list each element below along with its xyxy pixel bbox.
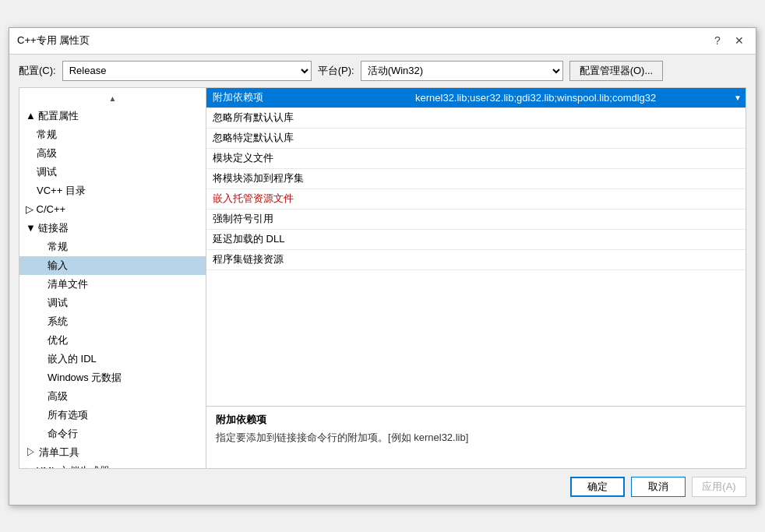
tree-item-label-general: 常规 (37, 128, 57, 142)
tree-item-cmdline[interactable]: 命令行 (19, 425, 206, 443)
tree-item-label-linker-winmeta: Windows 元数据 (48, 371, 122, 385)
prop-row-assembly-link[interactable]: 程序集链接资源 (206, 250, 746, 270)
prop-name-delay-load-dll: 延迟加载的 DLL (206, 232, 409, 246)
tree-item-cpp[interactable]: ▷ C/C++ (19, 200, 206, 219)
tree-item-general[interactable]: 常规 (19, 125, 206, 144)
tree-item-linker-allopts[interactable]: 所有选项 (19, 406, 206, 425)
cancel-button[interactable]: 取消 (631, 477, 686, 497)
desc-text: 指定要添加到链接接命令行的附加项。[例如 kernel32.lib] (216, 430, 736, 446)
tree-item-label-vc-dirs: VC++ 目录 (37, 184, 86, 198)
tree-item-linker[interactable]: ▼ 链接器 (19, 219, 206, 238)
prop-name-force-symbol: 强制符号引用 (206, 212, 409, 226)
tree-item-label-config-props: ▲ 配置属性 (26, 109, 79, 123)
ok-button[interactable]: 确定 (570, 477, 625, 497)
platform-select[interactable]: 活动(Win32) (361, 61, 563, 81)
prop-row-ignore-all-defaults[interactable]: 忽略所有默认认库 (206, 108, 746, 129)
apply-button[interactable]: 应用(A) (692, 477, 746, 497)
tree-item-linker-manifest[interactable]: 清单文件 (19, 275, 206, 294)
tree-item-label-linker: ▼ 链接器 (26, 221, 69, 235)
prop-row-module-def[interactable]: 模块定义文件 (206, 149, 746, 169)
tree-item-label-linker-opt: 优化 (48, 333, 68, 347)
prop-row-add-to-assembly[interactable]: 将模块添加到程序集 (206, 169, 746, 189)
prop-name-embed-managed: 嵌入托管资源文件 (206, 192, 409, 206)
prop-name-add-to-assembly: 将模块添加到程序集 (206, 171, 409, 185)
prop-panel: 附加依赖项kernel32.lib;user32.lib;gdi32.lib;w… (206, 88, 746, 468)
prop-name-module-def: 模块定义文件 (206, 151, 409, 165)
tree-item-label-xml-gen: ▷ XML 文档生成器 (26, 464, 110, 468)
tree-item-label-advanced: 高级 (37, 146, 57, 160)
prop-row-ignore-specific[interactable]: 忽略特定默认认库 (206, 129, 746, 149)
help-button[interactable]: ? (709, 32, 726, 49)
tree-item-manifest-tool[interactable]: ▷ 清单工具 (19, 443, 206, 462)
tree-panel[interactable]: ▲ ▲ 配置属性常规高级调试VC++ 目录▷ C/C++▼ 链接器常规输入清单文… (19, 88, 206, 468)
close-button[interactable]: ✕ (731, 32, 748, 49)
tree-scroll-up[interactable]: ▲ (19, 91, 206, 107)
config-row: 配置(C): Release 平台(P): 活动(Win32) 配置管理器(O)… (9, 55, 756, 87)
footer: 确定 取消 应用(A) (9, 469, 756, 505)
tree-item-advanced[interactable]: 高级 (19, 144, 206, 163)
prop-value-additional-deps: kernel32.lib;user32.lib;gdi32.lib;winspo… (409, 92, 730, 104)
prop-value-dropdown-icon-additional-deps[interactable]: ▼ (730, 93, 746, 102)
prop-row-delay-load-dll[interactable]: 延迟加载的 DLL (206, 230, 746, 250)
tree-item-label-linker-system: 系统 (48, 315, 68, 329)
tree-item-label-cmdline: 命令行 (48, 427, 78, 441)
tree-item-linker-opt[interactable]: 优化 (19, 331, 206, 350)
tree-item-linker-general[interactable]: 常规 (19, 238, 206, 256)
config-label: 配置(C): (19, 64, 56, 78)
tree-item-label-linker-manifest: 清单文件 (48, 277, 88, 291)
dialog: C++专用 属性页 ? ✕ 配置(C): Release 平台(P): 活动(W… (9, 27, 756, 506)
title-bar-buttons: ? ✕ (709, 32, 748, 49)
tree-item-linker-system[interactable]: 系统 (19, 312, 206, 331)
tree-item-label-manifest-tool: ▷ 清单工具 (26, 446, 79, 460)
tree-item-linker-winmeta[interactable]: Windows 元数据 (19, 368, 206, 387)
tree-item-label-debug: 调试 (37, 165, 57, 179)
tree-item-label-linker-input: 输入 (48, 259, 68, 273)
prop-name-ignore-all-defaults: 忽略所有默认认库 (206, 111, 409, 125)
tree-item-debug[interactable]: 调试 (19, 163, 206, 181)
dialog-title: C++专用 属性页 (17, 33, 90, 48)
tree-item-label-cpp: ▷ C/C++ (26, 203, 65, 215)
tree-item-label-linker-advanced: 高级 (48, 389, 68, 403)
tree-item-label-linker-general: 常规 (48, 240, 68, 254)
prop-name-ignore-specific: 忽略特定默认认库 (206, 131, 409, 145)
tree-item-label-linker-debug: 调试 (48, 296, 68, 310)
platform-label: 平台(P): (318, 64, 354, 78)
tree-item-linker-advanced[interactable]: 高级 (19, 387, 206, 406)
tree-item-xml-gen[interactable]: ▷ XML 文档生成器 (19, 462, 206, 468)
tree-item-config-props[interactable]: ▲ 配置属性 (19, 107, 206, 125)
main-content: ▲ ▲ 配置属性常规高级调试VC++ 目录▷ C/C++▼ 链接器常规输入清单文… (19, 87, 746, 469)
prop-row-force-symbol[interactable]: 强制符号引用 (206, 210, 746, 230)
prop-row-embed-managed[interactable]: 嵌入托管资源文件 (206, 189, 746, 210)
desc-title: 附加依赖项 (216, 413, 736, 427)
prop-row-additional-deps[interactable]: 附加依赖项kernel32.lib;user32.lib;gdi32.lib;w… (206, 88, 746, 108)
tree-item-label-linker-idl: 嵌入的 IDL (48, 352, 97, 366)
prop-name-additional-deps: 附加依赖项 (206, 90, 409, 104)
tree-item-linker-debug[interactable]: 调试 (19, 294, 206, 312)
title-bar: C++专用 属性页 ? ✕ (9, 28, 756, 55)
prop-name-assembly-link: 程序集链接资源 (206, 252, 409, 266)
config-select[interactable]: Release (62, 61, 312, 81)
tree-item-linker-idl[interactable]: 嵌入的 IDL (19, 350, 206, 368)
prop-list[interactable]: 附加依赖项kernel32.lib;user32.lib;gdi32.lib;w… (206, 88, 746, 406)
tree-item-linker-input[interactable]: 输入 (19, 256, 206, 275)
tree-item-vc-dirs[interactable]: VC++ 目录 (19, 181, 206, 200)
desc-panel: 附加依赖项 指定要添加到链接接命令行的附加项。[例如 kernel32.lib] (206, 406, 746, 468)
config-mgr-button[interactable]: 配置管理器(O)... (569, 61, 664, 81)
tree-item-label-linker-allopts: 所有选项 (48, 408, 88, 422)
